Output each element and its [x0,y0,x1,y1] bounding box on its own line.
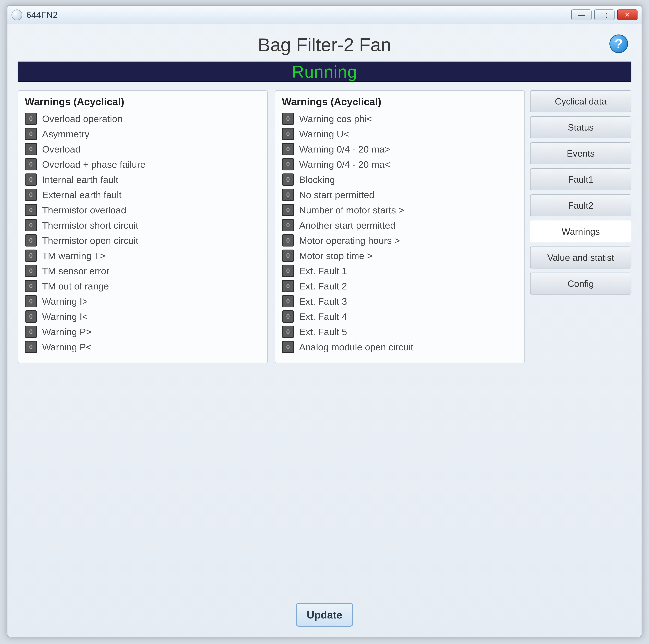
warning-indicator: 0 [282,143,294,155]
warning-indicator: 0 [25,219,37,231]
sidebar-tab-status[interactable]: Status [530,116,632,138]
warning-item: 0Thermistor short circuit [25,219,261,231]
warning-indicator: 0 [25,249,37,262]
warning-item: 0No start permitted [282,189,518,201]
warning-label: TM out of range [42,281,109,292]
warning-label: Thermistor overload [42,205,126,215]
warning-indicator: 0 [282,113,294,125]
warning-item: 0Warning 0/4 - 20 ma> [282,143,518,155]
warning-indicator: 0 [282,341,294,353]
warning-item: 0Another start permitted [282,219,518,231]
sidebar-tab-cyclical-data[interactable]: Cyclical data [530,90,632,112]
panel-title: Warnings (Acyclical) [282,96,518,108]
warning-label: Warning 0/4 - 20 ma> [299,144,390,155]
warning-label: Warning 0/4 - 20 ma< [299,159,390,170]
warning-item: 0Warning cos phi< [282,113,518,125]
warning-item: 0Warning U< [282,128,518,140]
warning-indicator: 0 [25,280,37,292]
warning-label: Motor operating hours > [299,235,400,246]
close-button[interactable]: ✕ [617,9,638,20]
warning-label: Thermistor open circuit [42,235,138,246]
warning-item: 0Internal earth fault [25,173,261,186]
sidebar-tab-fault2[interactable]: Fault2 [530,194,632,216]
warning-indicator: 0 [25,173,37,186]
warning-item: 0Warning I> [25,295,261,307]
warning-indicator: 0 [282,295,294,307]
warning-indicator: 0 [25,143,37,155]
warning-label: Ext. Fault 3 [299,296,347,307]
warning-indicator: 0 [25,326,37,338]
warning-label: Warning I> [42,296,88,307]
warning-indicator: 0 [25,311,37,323]
titlebar[interactable]: 644FN2 — ▢ ✕ [7,6,642,24]
warning-item: 0TM out of range [25,280,261,292]
warning-indicator: 0 [25,128,37,140]
warning-label: Blocking [299,174,335,185]
app-icon [11,9,22,20]
warning-label: Overload + phase failure [42,159,145,170]
warning-item: 0Warning 0/4 - 20 ma< [282,158,518,170]
warning-label: Warning P> [42,326,91,337]
warning-item: 0TM sensor error [25,265,261,277]
page-title: Bag Filter-2 Fan [258,34,391,55]
warnings-panel-left: Warnings (Acyclical) 0Overload operation… [17,90,268,363]
warning-label: Asymmetry [42,128,89,139]
warning-item: 0Analog module open circuit [282,341,518,353]
warning-label: Warning P< [42,341,91,353]
warning-label: External earth fault [42,189,122,200]
warning-label: Ext. Fault 4 [299,311,347,322]
warning-indicator: 0 [282,280,294,292]
warning-label: Ext. Fault 5 [299,326,347,337]
warning-indicator: 0 [282,158,294,170]
warning-indicator: 0 [25,341,37,353]
warning-item: 0Asymmetry [25,128,261,140]
warning-item: 0Ext. Fault 1 [282,265,518,277]
warning-indicator: 0 [282,189,294,201]
sidebar-tab-config[interactable]: Config [530,273,632,294]
panels-container: Warnings (Acyclical) 0Overload operation… [17,90,525,596]
warning-item: 0Warning P< [25,341,261,353]
warning-label: Warning cos phi< [299,113,372,124]
panel-items: 0Warning cos phi<0Warning U<0Warning 0/4… [282,113,518,353]
warning-indicator: 0 [282,265,294,277]
warning-indicator: 0 [25,113,37,125]
update-button[interactable]: Update [296,603,353,627]
warning-label: TM sensor error [42,266,110,276]
warning-item: 0Thermistor open circuit [25,234,261,246]
warning-label: Thermistor short circuit [42,220,138,231]
panel-items: 0Overload operation0Asymmetry0Overload0O… [25,113,261,353]
warning-label: Ext. Fault 2 [299,281,347,292]
warning-item: 0Warning I< [25,311,261,323]
sidebar-tab-events[interactable]: Events [530,143,632,164]
sidebar-tab-value-and-statist[interactable]: Value and statist [530,246,632,269]
warning-indicator: 0 [25,158,37,170]
header-row: Bag Filter-2 Fan ? [17,31,632,58]
app-window: 644FN2 — ▢ ✕ Bag Filter-2 Fan ? Running … [7,5,642,637]
sidebar-tab-fault1[interactable]: Fault1 [530,168,632,190]
warning-label: Another start permitted [299,220,395,231]
warning-item: 0Ext. Fault 3 [282,295,518,307]
warning-label: Overload operation [42,113,123,124]
warning-label: Overload [42,144,80,155]
warning-item: 0External earth fault [25,189,261,201]
sidebar-tab-warnings[interactable]: Warnings [530,220,632,242]
minimize-button[interactable]: — [571,9,592,20]
panel-title: Warnings (Acyclical) [25,96,261,108]
warning-label: Warning I< [42,311,88,322]
maximize-button[interactable]: ▢ [594,9,614,20]
warning-indicator: 0 [25,295,37,307]
warning-item: 0Motor stop time > [282,249,518,262]
warning-indicator: 0 [282,128,294,140]
warning-item: 0Motor operating hours > [282,234,518,246]
warning-item: 0Number of motor starts > [282,204,518,216]
warning-item: 0Overload + phase failure [25,158,261,170]
sidebar: Cyclical dataStatusEventsFault1Fault2War… [530,90,632,596]
warning-indicator: 0 [282,234,294,246]
status-bar: Running [17,62,632,82]
warning-indicator: 0 [25,189,37,201]
help-icon[interactable]: ? [609,35,628,53]
warning-item: 0Thermistor overload [25,204,261,216]
warning-label: Motor stop time > [299,250,373,261]
warning-indicator: 0 [25,234,37,246]
warning-item: 0Ext. Fault 2 [282,280,518,292]
